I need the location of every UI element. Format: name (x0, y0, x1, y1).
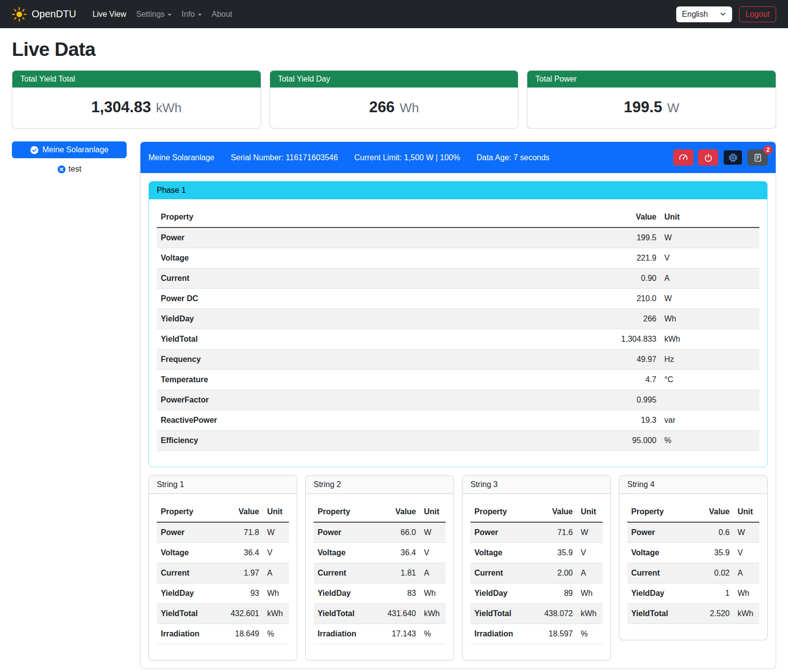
table-row: YieldTotal438.072kWh (470, 604, 603, 624)
journal-text-icon (753, 153, 762, 162)
nav-about[interactable]: About (207, 6, 237, 23)
summary-card-title: Total Yield Day (270, 71, 518, 88)
inverter-info-button[interactable] (723, 149, 743, 166)
string-table: Property Value Unit Power66.0W Voltage36… (314, 502, 446, 644)
property-cell: Voltage (627, 543, 696, 563)
unit-cell: W (420, 522, 446, 543)
property-cell: YieldDay (627, 583, 696, 604)
inverter-name: Meine Solaranlage (148, 153, 214, 162)
table-row: Efficiency95.000% (157, 431, 759, 451)
unit-cell: % (660, 431, 759, 451)
unit-cell: V (577, 543, 603, 563)
value-cell: 438.072 (539, 604, 577, 624)
col-unit: Unit (577, 502, 603, 522)
data-age: Data Age: 7 seconds (476, 153, 550, 162)
col-value: Value (382, 502, 420, 522)
col-unit: Unit (420, 502, 446, 522)
unit-cell: var (660, 410, 759, 431)
value-cell: 71.6 (539, 522, 577, 543)
nav-info[interactable]: Info (177, 6, 206, 23)
value-cell: 2.00 (539, 563, 577, 583)
summary-card-value: 266 (369, 98, 395, 116)
table-row: Irradiation18.649% (157, 624, 289, 644)
table-row: PowerFactor0.995 (157, 390, 759, 410)
phase-title: Phase 1 (149, 181, 767, 199)
table-row: Current0.02A (627, 563, 759, 583)
string-card-4: String 4 Property Value Unit (619, 475, 768, 640)
x-circle-icon (57, 165, 66, 174)
inverter-label: Meine Solaranlage (43, 145, 108, 154)
value-cell: 1 (696, 583, 734, 604)
table-row: YieldDay93Wh (157, 583, 289, 604)
power-button[interactable] (698, 149, 718, 166)
property-cell: Power (470, 522, 539, 543)
language-selected-label: English (682, 10, 708, 19)
col-unit: Unit (660, 207, 759, 227)
col-property: Property (157, 207, 586, 227)
unit-cell: A (577, 563, 603, 583)
logout-button[interactable]: Logout (739, 6, 776, 22)
language-select[interactable]: English (676, 6, 732, 22)
unit-cell: V (263, 543, 289, 563)
power-icon (704, 153, 713, 162)
table-row: YieldDay1Wh (627, 583, 759, 604)
value-cell: 210.0 (586, 289, 660, 309)
current-limit: Current Limit: 1,500 W | 100% (354, 153, 460, 162)
inverter-select-meine-solaranlage[interactable]: Meine Solaranlage (12, 141, 127, 158)
value-cell: 49.97 (586, 350, 660, 370)
table-row: Voltage221.9V (157, 248, 759, 269)
value-cell: 89 (539, 583, 577, 604)
table-row: Power66.0W (314, 522, 446, 543)
unit-cell: kWh (420, 604, 446, 624)
limit-settings-button[interactable] (673, 149, 694, 166)
inverter-panel-header: Meine Solaranlage Serial Number: 1161716… (140, 142, 776, 173)
string-title: String 4 (619, 476, 767, 494)
event-log-button[interactable]: 2 (747, 149, 768, 166)
property-cell: YieldTotal (157, 329, 586, 350)
string-cards: String 1 Property Value Unit (148, 475, 768, 661)
unit-cell: kWh (734, 604, 759, 624)
value-cell: 0.995 (586, 390, 660, 410)
value-cell: 1.81 (382, 563, 420, 583)
brand-link[interactable]: OpenDTU (12, 7, 76, 22)
table-row: Irradiation18.597% (470, 624, 603, 644)
summary-card-title: Total Power (527, 71, 776, 88)
value-cell: 0.02 (696, 563, 734, 583)
property-cell: Current (627, 563, 696, 583)
inverter-panel: Meine Solaranlage Serial Number: 1161716… (140, 141, 776, 669)
col-value: Value (696, 502, 734, 522)
panel-actions: 2 (673, 149, 768, 166)
nav-live-view[interactable]: Live View (88, 6, 131, 23)
value-cell: 4.7 (586, 370, 660, 390)
value-cell: 93 (226, 583, 263, 604)
nav-info-label: Info (182, 10, 195, 19)
summary-card-unit: Wh (400, 100, 419, 116)
table-row: Current0.90A (157, 269, 759, 289)
unit-cell: V (420, 543, 446, 563)
speedometer-icon (679, 153, 688, 162)
table-row: Current2.00A (470, 563, 603, 583)
value-cell: 0.6 (696, 522, 734, 543)
nav-settings-label: Settings (136, 10, 165, 19)
unit-cell: V (734, 543, 759, 563)
table-row: Power0.6W (627, 522, 759, 543)
property-cell: Current (157, 269, 586, 289)
value-cell: 35.9 (696, 543, 734, 563)
inverter-select-test[interactable]: test (12, 162, 127, 177)
table-row: Voltage36.4V (314, 543, 446, 563)
unit-cell: kWh (660, 329, 759, 350)
phase-card: Phase 1 Property Value Unit (148, 181, 768, 467)
unit-cell: % (577, 624, 603, 644)
summary-cards: Total Yield Total 1,304.83 kWh Total Yie… (12, 70, 776, 129)
property-cell: Irradiation (157, 624, 226, 644)
value-cell: 71.8 (226, 522, 263, 543)
property-cell: Power DC (157, 289, 586, 309)
value-cell: 36.4 (226, 543, 263, 563)
value-cell: 66.0 (382, 522, 420, 543)
property-cell: YieldDay (314, 583, 382, 604)
unit-cell: W (660, 227, 759, 248)
value-cell: 1.97 (226, 563, 263, 583)
nav-settings[interactable]: Settings (132, 6, 176, 23)
property-cell: Irradiation (470, 624, 539, 644)
table-row: Current1.81A (314, 563, 446, 583)
